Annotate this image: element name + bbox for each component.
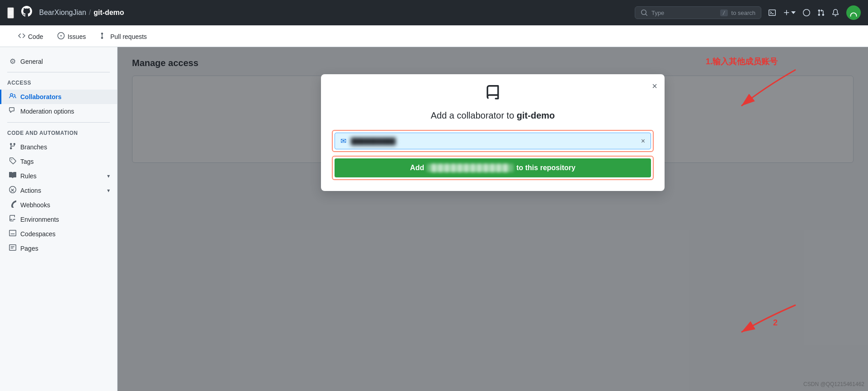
- environments-icon: [9, 215, 17, 224]
- circle-button[interactable]: [803, 9, 810, 16]
- modal-add-btn-area: Add ████████████ to this repository: [332, 156, 654, 180]
- branch-icon: [9, 143, 17, 152]
- add-collaborator-modal: × Add a collaborator to git-demo ✉ █████…: [321, 74, 665, 191]
- arrow-2: [728, 296, 818, 341]
- modal-title: Add a collaborator to git-demo: [332, 110, 654, 121]
- sidebar: ⚙ General Access Collaborators Moderatio…: [0, 47, 118, 391]
- search-hint: to search: [731, 10, 755, 16]
- code-automation-section-header: Code and automation: [0, 126, 117, 140]
- sidebar-item-webhooks[interactable]: Webhooks: [0, 198, 117, 212]
- hamburger-button[interactable]: ≡: [7, 7, 14, 19]
- sidebar-item-actions[interactable]: Actions ▾: [0, 183, 117, 198]
- annotation-step1: 1.输入其他成员账号: [706, 56, 778, 67]
- actions-icon: [9, 186, 17, 195]
- terminal-button[interactable]: [769, 9, 776, 16]
- navbar: ≡ BearXiongJian / git-demo Type / to sea…: [0, 0, 868, 25]
- avatar[interactable]: [846, 5, 861, 20]
- actions-chevron: ▾: [107, 187, 110, 194]
- rules-icon: [9, 172, 17, 181]
- blurred-username: ████████████: [427, 164, 514, 172]
- person-icon: [9, 92, 17, 101]
- rules-chevron: ▾: [107, 173, 110, 179]
- github-logo: [21, 6, 32, 19]
- modal-input-row[interactable]: ✉ ██████████ ×: [335, 133, 651, 149]
- webhooks-icon: [9, 200, 17, 210]
- modal-overlay: × Add a collaborator to git-demo ✉ █████…: [118, 47, 868, 391]
- main-layout: ⚙ General Access Collaborators Moderatio…: [0, 47, 868, 391]
- plus-button[interactable]: [783, 9, 796, 16]
- pullrequest-button[interactable]: [817, 9, 825, 16]
- tab-code[interactable]: Code: [11, 27, 50, 47]
- sidebar-item-rules[interactable]: Rules ▾: [0, 169, 117, 183]
- codespaces-icon: [9, 229, 17, 238]
- gear-icon: ⚙: [9, 57, 17, 66]
- access-section-header: Access: [0, 76, 117, 90]
- modal-repo-icon: [332, 85, 654, 105]
- modal-input-clear-button[interactable]: ×: [641, 137, 645, 145]
- issues-icon: [57, 32, 65, 41]
- breadcrumb: BearXiongJian / git-demo: [39, 9, 124, 17]
- navbar-icons: [769, 5, 861, 20]
- search-bar[interactable]: Type / to search: [635, 6, 761, 19]
- sidebar-item-collaborators[interactable]: Collaborators: [0, 90, 117, 104]
- repo-tabs: Code Issues Pull requests: [0, 25, 868, 47]
- modal-input-value[interactable]: ██████████: [351, 138, 637, 145]
- sidebar-divider-1: [7, 72, 110, 72]
- sidebar-item-branches[interactable]: Branches: [0, 140, 117, 154]
- add-collaborator-button[interactable]: Add ████████████ to this repository: [335, 158, 651, 177]
- search-shortcut: /: [720, 10, 728, 16]
- code-icon: [18, 32, 25, 41]
- pages-icon: [9, 244, 17, 253]
- arrow-1: [728, 61, 818, 115]
- sidebar-item-tags[interactable]: Tags: [0, 154, 117, 169]
- pullreq-icon: [100, 32, 108, 41]
- sidebar-divider-2: [7, 122, 110, 123]
- comment-icon: [9, 107, 17, 116]
- sidebar-item-pages[interactable]: Pages: [0, 241, 117, 256]
- content-area: Manage access: [118, 47, 868, 391]
- sidebar-item-codespaces[interactable]: Codespaces: [0, 227, 117, 241]
- modal-close-button[interactable]: ×: [652, 81, 657, 91]
- tab-issues[interactable]: Issues: [50, 27, 93, 47]
- modal-search-area: ✉ ██████████ ×: [332, 130, 654, 152]
- sidebar-item-environments[interactable]: Environments: [0, 212, 117, 227]
- email-icon: ✉: [340, 137, 346, 145]
- sidebar-item-moderation[interactable]: Moderation options: [0, 104, 117, 119]
- sidebar-item-general[interactable]: ⚙ General: [0, 54, 117, 68]
- tab-pullrequests[interactable]: Pull requests: [93, 27, 154, 47]
- search-label: Type: [651, 10, 664, 16]
- bell-button[interactable]: [832, 9, 839, 16]
- tag-icon: [9, 157, 17, 166]
- annotation-step2: 2: [773, 318, 778, 328]
